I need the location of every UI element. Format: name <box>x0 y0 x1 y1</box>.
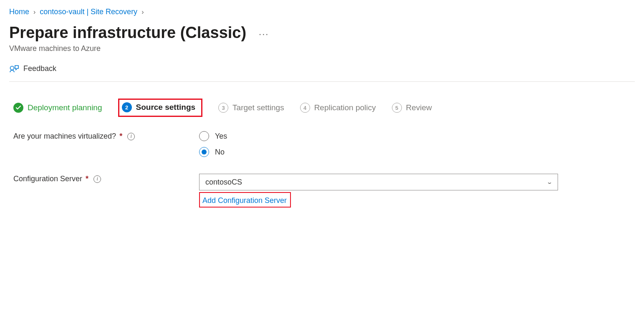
page-subtitle: VMware machines to Azure <box>9 44 635 53</box>
breadcrumb-home[interactable]: Home <box>9 8 29 16</box>
step-replication-policy[interactable]: 4 Replication policy <box>300 103 376 113</box>
page-header: Prepare infrastructure (Classic) ··· <box>9 24 635 42</box>
more-actions-button[interactable]: ··· <box>259 26 269 40</box>
config-server-select[interactable]: contosoCS ⌄ <box>199 174 558 190</box>
step-number-icon: 5 <box>392 103 402 113</box>
radio-yes[interactable]: Yes <box>199 131 227 141</box>
step-source-settings[interactable]: 2 Source settings <box>118 99 203 117</box>
radio-icon <box>199 131 209 141</box>
step-label: Source settings <box>136 103 196 112</box>
radio-yes-label: Yes <box>215 132 227 141</box>
step-review[interactable]: 5 Review <box>392 103 432 113</box>
step-number-icon: 3 <box>218 103 228 113</box>
virtualized-label: Are your machines virtualized? <box>13 132 116 141</box>
radio-icon <box>199 147 209 157</box>
virtualized-radio-group: Yes No <box>199 131 227 157</box>
svg-point-0 <box>10 66 14 70</box>
field-virtualized: Are your machines virtualized? * i Yes N… <box>13 131 635 157</box>
config-server-value: contosoCS <box>205 178 242 187</box>
add-config-server-link[interactable]: Add Configuration Server <box>202 196 287 205</box>
chevron-right-icon: › <box>141 8 144 16</box>
page-title: Prepare infrastructure (Classic) <box>9 24 246 42</box>
radio-no-label: No <box>215 148 225 157</box>
step-number-icon: 4 <box>300 103 310 113</box>
check-icon <box>13 103 23 113</box>
chevron-down-icon: ⌄ <box>546 179 553 185</box>
step-deployment-planning[interactable]: Deployment planning <box>13 103 102 113</box>
step-label: Replication policy <box>314 103 376 112</box>
config-server-label: Configuration Server <box>13 175 82 183</box>
step-number-icon: 2 <box>122 102 132 112</box>
command-bar: Feedback <box>9 64 635 82</box>
breadcrumb: Home › contoso-vault | Site Recovery › <box>9 8 635 16</box>
required-indicator: * <box>86 175 88 183</box>
info-icon[interactable]: i <box>127 133 135 140</box>
breadcrumb-vault[interactable]: contoso-vault | Site Recovery <box>40 8 137 16</box>
feedback-button[interactable]: Feedback <box>9 64 56 73</box>
step-label: Target settings <box>232 103 284 112</box>
wizard-stepper: Deployment planning 2 Source settings 3 … <box>13 99 635 117</box>
feedback-icon <box>9 64 19 73</box>
step-target-settings[interactable]: 3 Target settings <box>218 103 284 113</box>
chevron-right-icon: › <box>33 8 35 16</box>
feedback-label: Feedback <box>23 64 56 73</box>
step-label: Review <box>406 103 432 112</box>
info-icon[interactable]: i <box>93 175 101 183</box>
step-label: Deployment planning <box>28 103 102 112</box>
field-configuration-server: Configuration Server * i contosoCS ⌄ Add… <box>13 174 635 208</box>
radio-no[interactable]: No <box>199 147 227 157</box>
required-indicator: * <box>119 132 122 141</box>
